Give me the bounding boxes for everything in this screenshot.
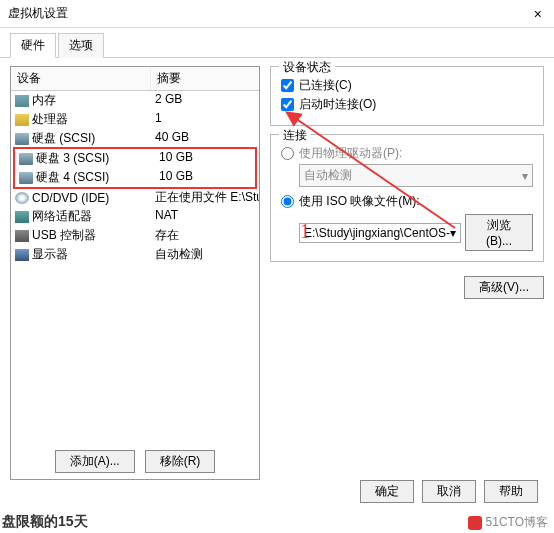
device-status-group: 设备状态 已连接(C) 启动时连接(O) [270,66,544,126]
radio-use-iso-input[interactable] [281,195,294,208]
device-list-header: 设备 摘要 [11,67,259,91]
ic-mem-icon [15,95,29,107]
background-text: 盘限额的15天 [2,513,88,531]
ok-button[interactable]: 确定 [360,480,414,503]
tab-options[interactable]: 选项 [58,33,104,58]
cancel-button[interactable]: 取消 [422,480,476,503]
radio-physical-drive-input[interactable] [281,147,294,160]
device-summary: 1 [151,110,259,129]
device-summary: 10 GB [155,149,255,168]
window-title: 虚拟机设置 [8,5,68,22]
checkbox-connected-label: 已连接(C) [299,77,352,94]
add-button[interactable]: 添加(A)... [55,450,135,473]
device-summary: 自动检测 [151,245,259,264]
device-name: 显示器 [32,246,68,263]
iso-path-value: E:\Study\jingxiang\CentOS- [304,226,450,240]
device-row[interactable]: 网络适配器NAT [11,207,259,226]
checkbox-connected[interactable]: 已连接(C) [281,77,533,94]
group-title-status: 设备状态 [279,59,335,76]
remove-button[interactable]: 移除(R) [145,450,216,473]
chevron-down-icon[interactable]: ▾ [450,226,456,240]
col-summary[interactable]: 摘要 [151,67,259,90]
ic-usb-icon [15,230,29,242]
ic-disk-icon [15,133,29,145]
ic-disp-icon [15,249,29,261]
device-row[interactable]: 显示器自动检测 [11,245,259,264]
device-name: 硬盘 3 (SCSI) [36,150,109,167]
device-row[interactable]: CD/DVD (IDE)正在使用文件 E:\Study\jingxian... [11,188,259,207]
radio-use-iso[interactable]: 使用 ISO 映像文件(M): [281,193,533,210]
device-summary: 10 GB [155,168,255,187]
chevron-down-icon: ▾ [522,169,528,183]
device-name: USB 控制器 [32,227,96,244]
ic-cd-icon [15,192,29,204]
device-name: 处理器 [32,111,68,128]
device-row[interactable]: 硬盘 3 (SCSI)10 GB [15,149,255,168]
device-name: CD/DVD (IDE) [32,191,109,205]
device-summary: 正在使用文件 E:\Study\jingxian... [151,188,259,207]
device-summary: 40 GB [151,129,259,148]
close-icon[interactable]: × [530,6,546,22]
checkbox-connect-at-power[interactable]: 启动时连接(O) [281,96,533,113]
checkbox-connect-at-power-input[interactable] [281,98,294,111]
highlight-box: 硬盘 3 (SCSI)10 GB硬盘 4 (SCSI)10 GB [13,147,257,189]
tab-hardware[interactable]: 硬件 [10,33,56,58]
device-row[interactable]: 处理器1 [11,110,259,129]
device-name: 硬盘 4 (SCSI) [36,169,109,186]
col-device[interactable]: 设备 [11,67,151,90]
checkbox-connect-at-power-label: 启动时连接(O) [299,96,376,113]
watermark-logo-icon [468,516,482,530]
device-row[interactable]: USB 控制器存在 [11,226,259,245]
ic-disk-icon [19,153,33,165]
device-row[interactable]: 内存2 GB [11,91,259,110]
device-name: 网络适配器 [32,208,92,225]
device-row[interactable]: 硬盘 (SCSI)40 GB [11,129,259,148]
ic-cpu-icon [15,114,29,126]
ic-disk-icon [19,172,33,184]
group-title-connection: 连接 [279,127,311,144]
device-list-panel: 设备 摘要 内存2 GB处理器1硬盘 (SCSI)40 GB硬盘 3 (SCSI… [10,66,260,480]
iso-path-select[interactable]: E:\Study\jingxiang\CentOS- ▾ [299,223,461,243]
watermark: 51CTO博客 [468,514,548,531]
watermark-text: 51CTO博客 [486,514,548,531]
browse-button[interactable]: 浏览(B)... [465,214,533,251]
help-button[interactable]: 帮助 [484,480,538,503]
physical-drive-value: 自动检测 [304,167,352,184]
radio-physical-drive[interactable]: 使用物理驱动器(P): [281,145,533,162]
radio-physical-drive-label: 使用物理驱动器(P): [299,145,402,162]
checkbox-connected-input[interactable] [281,79,294,92]
radio-use-iso-label: 使用 ISO 映像文件(M): [299,193,420,210]
ic-net-icon [15,211,29,223]
device-summary: 2 GB [151,91,259,110]
physical-drive-select: 自动检测 ▾ [299,164,533,187]
device-name: 内存 [32,92,56,109]
device-summary: 存在 [151,226,259,245]
connection-group: 连接 使用物理驱动器(P): 自动检测 ▾ 使用 ISO 映像文件(M): E:… [270,134,544,262]
device-summary: NAT [151,207,259,226]
device-row[interactable]: 硬盘 4 (SCSI)10 GB [15,168,255,187]
device-name: 硬盘 (SCSI) [32,130,95,147]
advanced-button[interactable]: 高级(V)... [464,276,544,299]
